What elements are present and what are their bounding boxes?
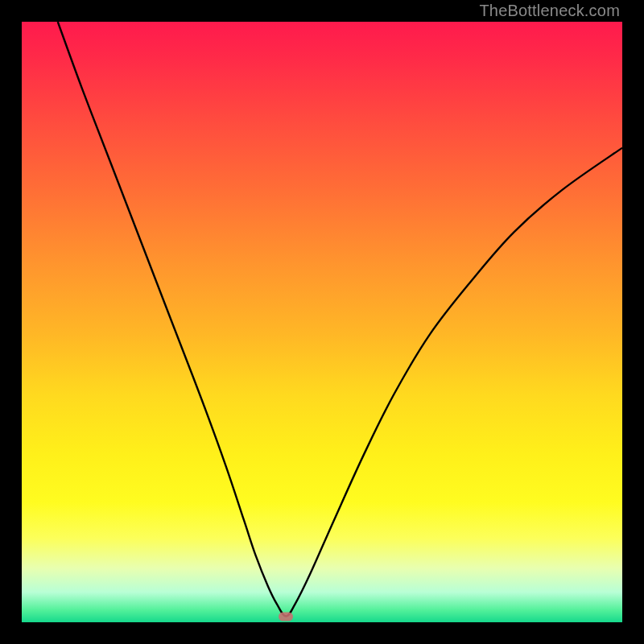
curve-path xyxy=(58,22,622,617)
chart-frame: TheBottleneck.com xyxy=(0,0,644,644)
plot-area xyxy=(22,22,622,622)
optimal-point-marker xyxy=(279,612,293,621)
watermark-text: TheBottleneck.com xyxy=(479,2,620,20)
bottleneck-curve xyxy=(22,22,622,622)
